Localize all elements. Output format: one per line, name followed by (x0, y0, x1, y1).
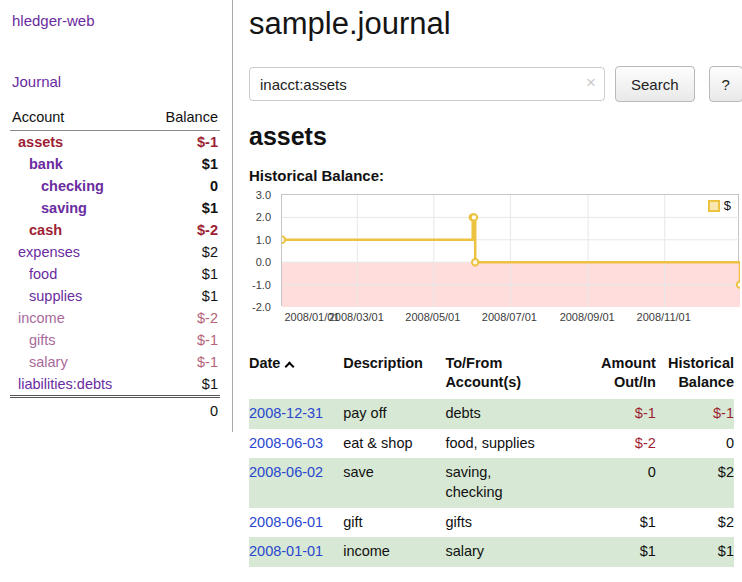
account-heading: assets (249, 122, 734, 151)
transaction-accounts: salary (445, 537, 585, 567)
chart-legend: $ (706, 198, 733, 213)
account-link-food[interactable]: food (29, 266, 57, 282)
account-row: salary $-1 (10, 351, 220, 373)
legend-label: $ (724, 198, 731, 213)
account-link-income[interactable]: income (18, 310, 65, 326)
search-input[interactable] (249, 67, 605, 101)
account-link-supplies[interactable]: supplies (29, 288, 82, 304)
account-link-assets[interactable]: assets (18, 134, 63, 150)
account-balance: $-1 (152, 131, 220, 154)
account-link-saving[interactable]: saving (41, 200, 87, 216)
register-row[interactable]: 2008-06-02 save saving, checking 0 $2 (249, 458, 734, 507)
transaction-description: save (343, 458, 445, 507)
search-button[interactable]: Search (615, 66, 695, 102)
y-tick-label: -1.0 (252, 279, 271, 291)
register-row[interactable]: 2008-06-01 gift gifts $1 $2 (249, 508, 734, 538)
register-header-amount: Amount Out/In (586, 352, 656, 399)
account-balance: $2 (152, 241, 220, 263)
account-link-gifts[interactable]: gifts (29, 332, 56, 348)
account-balance: $1 (152, 285, 220, 307)
account-row: liabilities:debts $1 (10, 373, 220, 397)
account-balance: $1 (152, 197, 220, 219)
x-tick-label: 2008/03/01 (323, 311, 389, 323)
account-row: income $-2 (10, 307, 220, 329)
chart-title: Historical Balance: (249, 167, 734, 184)
transaction-description: income (343, 537, 445, 567)
account-link-liabilities-debts[interactable]: liabilities:debts (18, 376, 112, 392)
account-link-salary[interactable]: salary (29, 354, 68, 370)
transaction-date-link[interactable]: 2008-06-03 (249, 435, 323, 451)
register-row[interactable]: 2008-12-31 pay off debts $-1 $-1 (249, 399, 734, 429)
account-balance: $1 (152, 153, 220, 175)
register-row[interactable]: 2008-06-03 eat & shop food, supplies $-2… (249, 429, 734, 459)
transaction-description: pay off (343, 399, 445, 429)
transaction-accounts: gifts (445, 508, 585, 538)
accounts-table: Account Balance assets $-1 bank $1 check… (10, 106, 220, 422)
transaction-amount: $-1 (586, 399, 656, 429)
account-balance: $-1 (152, 351, 220, 373)
account-link-checking[interactable]: checking (41, 178, 104, 194)
legend-swatch-icon (708, 200, 720, 212)
hledger-web-app: hledger-web Journal Account Balance asse… (0, 0, 742, 582)
account-row: saving $1 (10, 197, 220, 219)
account-balance: 0 (152, 175, 220, 197)
x-tick-label: 2008/07/01 (476, 311, 542, 323)
account-link-expenses[interactable]: expenses (18, 244, 80, 260)
register-table: Date Description To/From Account(s) Amou… (249, 352, 734, 567)
main-content: sample.journal × Search ? assets Histori… (233, 0, 742, 582)
accounts-header-row: Account Balance (10, 106, 220, 131)
y-tick-label: -2.0 (252, 301, 271, 313)
help-button[interactable]: ? (709, 66, 742, 102)
transaction-description: gift (343, 508, 445, 538)
account-row: supplies $1 (10, 285, 220, 307)
transaction-accounts: food, supplies (445, 429, 585, 459)
app-title-link[interactable]: hledger-web (12, 12, 220, 29)
x-tick-label: 2008/09/01 (554, 311, 620, 323)
accounts-header-balance: Balance (152, 106, 220, 131)
transaction-balance: $2 (656, 508, 734, 538)
register-header-accounts: To/From Account(s) (445, 352, 585, 399)
transaction-amount: 0 (586, 458, 656, 507)
transaction-amount: $-2 (586, 429, 656, 459)
transaction-accounts: debts (445, 399, 585, 429)
account-row: expenses $2 (10, 241, 220, 263)
transaction-balance: $2 (656, 458, 734, 507)
transaction-amount: $1 (586, 508, 656, 538)
account-row: bank $1 (10, 153, 220, 175)
transaction-amount: $1 (586, 537, 656, 567)
y-tick-label: 2.0 (256, 211, 271, 223)
account-balance: $-1 (152, 329, 220, 351)
register-row[interactable]: 2008-01-01 income salary $1 $1 (249, 537, 734, 567)
account-balance: $1 (152, 373, 220, 397)
transaction-date-link[interactable]: 2008-06-01 (249, 514, 323, 530)
balance-chart-svg (282, 195, 740, 307)
clear-search-icon[interactable]: × (586, 73, 596, 93)
register-header-balance: Historical Balance (656, 352, 734, 399)
sidebar-item-journal[interactable]: Journal (12, 73, 220, 90)
register-header-date[interactable]: Date (249, 352, 343, 399)
x-tick-label: 2008/11/01 (631, 311, 697, 323)
account-row: cash $-2 (10, 219, 220, 241)
transaction-date-link[interactable]: 2008-06-02 (249, 464, 323, 480)
search-box: × (249, 67, 605, 101)
transaction-accounts: saving, checking (445, 458, 585, 507)
account-balance: $-2 (152, 219, 220, 241)
transaction-balance: $-1 (656, 399, 734, 429)
account-row: assets $-1 (10, 131, 220, 154)
register-header-description: Description (343, 352, 445, 399)
accounts-total-row: 0 (10, 397, 220, 423)
sidebar: hledger-web Journal Account Balance asse… (0, 0, 233, 432)
transaction-date-link[interactable]: 2008-01-01 (249, 543, 323, 559)
x-tick-label: 2008/05/01 (400, 311, 466, 323)
account-link-bank[interactable]: bank (29, 156, 63, 172)
account-row: gifts $-1 (10, 329, 220, 351)
account-balance: $-2 (152, 307, 220, 329)
transaction-date-link[interactable]: 2008-12-31 (249, 405, 323, 421)
y-tick-label: 1.0 (256, 234, 271, 246)
chart-x-axis: 2008/01/012008/03/012008/05/012008/07/01… (281, 311, 742, 327)
account-link-cash[interactable]: cash (29, 222, 62, 238)
transaction-balance: 0 (656, 429, 734, 459)
balance-chart: 3.02.01.00.0-1.0-2.0 $ 2008/01/012008/03… (249, 194, 734, 332)
transaction-description: eat & shop (343, 429, 445, 459)
sort-ascending-icon (285, 362, 295, 372)
